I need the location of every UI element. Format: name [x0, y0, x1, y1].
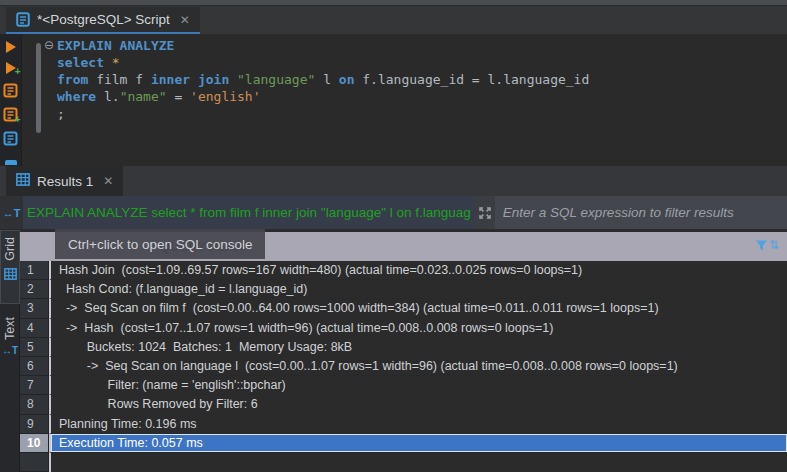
- table-row[interactable]: 4 -> Hash (cost=1.07..1.07 rows=1 width=…: [20, 319, 787, 338]
- results-filter-bar: ↔T EXPLAIN ANALYZE select * from film f …: [0, 196, 787, 229]
- filter-sort-button[interactable]: ⇅: [755, 238, 779, 252]
- table-row[interactable]: 3 -> Seq Scan on film f (cost=0.00..64.0…: [20, 299, 787, 318]
- row-number[interactable]: 2: [20, 280, 49, 299]
- editor-toolbar: + +: [0, 34, 22, 166]
- query-plan-cell[interactable]: Filter: (name = 'english'::bpchar): [49, 376, 787, 395]
- executed-query-text: EXPLAIN ANALYZE select * from film f inn…: [27, 205, 471, 220]
- expand-icon: [478, 206, 492, 220]
- grid-icon: [4, 266, 17, 284]
- results-tab-bar: Results 1 ✕: [0, 166, 787, 196]
- tab-postgresql-script[interactable]: *<PostgreSQL> Script ✕: [6, 7, 200, 34]
- code-line[interactable]: ;: [57, 105, 589, 122]
- query-plan-grid[interactable]: 1Hash Join (cost=1.09..69.57 rows=167 wi…: [20, 261, 787, 472]
- executed-query-panel[interactable]: EXPLAIN ANALYZE select * from film f inn…: [23, 196, 475, 229]
- sql-editor[interactable]: + + ⊖ EXPLAIN ANALYZEselect *from film f…: [0, 34, 787, 166]
- sql-code[interactable]: EXPLAIN ANALYZEselect *from film f inner…: [57, 37, 589, 122]
- execute-new-tab-button[interactable]: +: [3, 62, 19, 74]
- sort-arrows-icon: ⇅: [769, 238, 779, 252]
- table-row[interactable]: 10Execution Time: 0.057 ms: [20, 434, 787, 453]
- empty-row-stub: [20, 453, 787, 472]
- results-side-strip: Grid Text ↔T: [0, 229, 20, 472]
- plus-icon: +: [15, 115, 21, 125]
- query-plan-cell[interactable]: Execution Time: 0.057 ms: [49, 434, 787, 453]
- tooltip: Ctrl+click to open SQL console: [55, 229, 265, 259]
- toolbar-extra-button[interactable]: [3, 155, 19, 166]
- row-number[interactable]: 10: [20, 434, 49, 453]
- row-number[interactable]: 6: [20, 357, 49, 376]
- query-plan-cell[interactable]: Hash Cond: (f.language_id = l.language_i…: [49, 280, 787, 299]
- table-row[interactable]: 8 Rows Removed by Filter: 6: [20, 395, 787, 414]
- grid-tab-label: Grid: [3, 237, 17, 261]
- sql-text-icon: ↔T: [0, 196, 23, 229]
- explain-plan-icon: [3, 131, 18, 146]
- code-line[interactable]: select *: [57, 54, 589, 71]
- execute-statement-button[interactable]: [3, 41, 19, 53]
- collapse-fold-icon[interactable]: ⊖: [44, 38, 54, 52]
- tab-results-1[interactable]: Results 1 ✕: [6, 166, 123, 196]
- code-line[interactable]: where l."name" = 'english': [57, 88, 589, 105]
- toolbar-extra-icon: [5, 160, 17, 165]
- table-row[interactable]: 5 Buckets: 1024 Batches: 1 Memory Usage:…: [20, 338, 787, 357]
- query-plan-cell[interactable]: Buckets: 1024 Batches: 1 Memory Usage: 8…: [49, 338, 787, 357]
- query-plan-cell[interactable]: -> Seq Scan on film f (cost=0.00..64.00 …: [49, 299, 787, 318]
- query-plan-cell[interactable]: Rows Removed by Filter: 6: [49, 395, 787, 414]
- plus-icon: +: [15, 67, 21, 77]
- funnel-icon: [755, 239, 768, 252]
- query-plan-cell[interactable]: Planning Time: 0.196 ms: [49, 415, 787, 434]
- tab-text-view[interactable]: Text ↔T: [0, 311, 20, 385]
- close-icon[interactable]: ✕: [103, 174, 113, 188]
- execute-script-new-tab-button[interactable]: +: [3, 107, 19, 122]
- table-row[interactable]: 1Hash Join (cost=1.09..69.57 rows=167 wi…: [20, 261, 787, 280]
- table-row[interactable]: 2 Hash Cond: (f.language_id = l.language…: [20, 280, 787, 299]
- expand-filter-button[interactable]: [475, 196, 495, 229]
- row-number[interactable]: 5: [20, 338, 49, 357]
- annotation-bar: [36, 43, 41, 133]
- close-icon[interactable]: ✕: [180, 13, 190, 27]
- row-number[interactable]: 4: [20, 319, 49, 338]
- grid-icon: [16, 173, 30, 189]
- sql-script-icon: [16, 12, 30, 27]
- window-top-strip: [0, 0, 787, 6]
- query-plan-cell[interactable]: -> Seq Scan on language l (cost=0.00..1.…: [49, 357, 787, 376]
- editor-tab-bar: *<PostgreSQL> Script ✕: [0, 7, 787, 34]
- code-line[interactable]: from film f inner join "language" l on f…: [57, 71, 589, 88]
- sql-filter-input[interactable]: [495, 196, 787, 229]
- table-row[interactable]: 9Planning Time: 0.196 ms: [20, 415, 787, 434]
- row-number[interactable]: 9: [20, 415, 49, 434]
- script-run-icon: [3, 83, 18, 98]
- results-panel: Grid Text ↔T QUERY PLAN ⇅ Ctrl+click to …: [0, 229, 787, 472]
- row-number[interactable]: 7: [20, 376, 49, 395]
- table-row[interactable]: 7 Filter: (name = 'english'::bpchar): [20, 376, 787, 395]
- tab-grid-view[interactable]: Grid: [0, 230, 20, 304]
- query-plan-cell[interactable]: Hash Join (cost=1.09..69.57 rows=167 wid…: [49, 261, 787, 280]
- row-number[interactable]: 3: [20, 299, 49, 318]
- play-icon: [6, 41, 16, 53]
- code-line[interactable]: EXPLAIN ANALYZE: [57, 37, 589, 54]
- dbeaver-window: *<PostgreSQL> Script ✕ + + ⊖ EXPLAIN ANA…: [0, 0, 787, 472]
- sql-text-icon: ↔T: [2, 345, 18, 356]
- row-number[interactable]: 8: [20, 395, 49, 414]
- query-plan-cell[interactable]: -> Hash (cost=1.07..1.07 rows=1 width=96…: [49, 319, 787, 338]
- results-tab-title: Results 1: [37, 174, 93, 189]
- table-row[interactable]: 6 -> Seq Scan on language l (cost=0.00..…: [20, 357, 787, 376]
- editor-tab-title: *<PostgreSQL> Script: [37, 12, 170, 27]
- row-number[interactable]: 1: [20, 261, 49, 280]
- text-tab-label: Text: [3, 317, 17, 340]
- execute-script-button[interactable]: [3, 83, 19, 98]
- explain-plan-button[interactable]: [3, 131, 19, 146]
